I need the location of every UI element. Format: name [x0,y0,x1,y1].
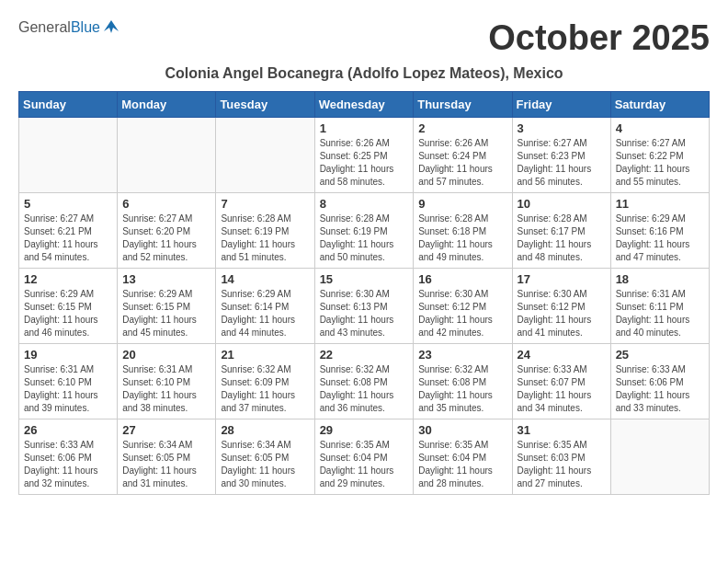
day-number: 5 [24,197,112,211]
day-info: Sunrise: 6:28 AM Sunset: 6:17 PM Dayligh… [518,213,606,264]
day-number: 14 [221,272,309,286]
calendar-day-16: 16Sunrise: 6:30 AM Sunset: 6:12 PM Dayli… [414,269,512,344]
calendar-day-27: 27Sunrise: 6:34 AM Sunset: 6:05 PM Dayli… [118,419,216,495]
day-number: 29 [320,423,409,437]
day-number: 7 [221,197,309,211]
day-info: Sunrise: 6:27 AM Sunset: 6:23 PM Dayligh… [518,137,606,189]
day-info: Sunrise: 6:33 AM Sunset: 6:06 PM Dayligh… [616,363,704,415]
day-number: 16 [418,272,506,286]
calendar-week-row: 26Sunrise: 6:33 AM Sunset: 6:06 PM Dayli… [19,419,710,495]
day-info: Sunrise: 6:32 AM Sunset: 6:08 PM Dayligh… [418,363,506,415]
calendar-subtitle: Colonia Angel Bocanegra (Adolfo Lopez Ma… [18,65,710,82]
day-number: 4 [616,121,704,135]
calendar-day-23: 23Sunrise: 6:32 AM Sunset: 6:08 PM Dayli… [414,344,512,419]
calendar-empty-cell [118,118,216,193]
calendar-day-28: 28Sunrise: 6:34 AM Sunset: 6:05 PM Dayli… [216,419,314,495]
calendar-day-22: 22Sunrise: 6:32 AM Sunset: 6:08 PM Dayli… [314,344,414,419]
day-number: 30 [418,423,506,437]
month-title: October 2025 [488,18,710,58]
day-info: Sunrise: 6:35 AM Sunset: 6:04 PM Dayligh… [418,439,506,490]
logo: GeneralBlue [18,18,120,37]
weekday-header-monday: Monday [118,92,216,118]
day-number: 2 [418,121,506,135]
day-info: Sunrise: 6:26 AM Sunset: 6:24 PM Dayligh… [418,137,506,189]
day-number: 9 [418,197,506,211]
day-number: 1 [320,121,409,135]
calendar-day-2: 2Sunrise: 6:26 AM Sunset: 6:24 PM Daylig… [414,118,512,193]
day-info: Sunrise: 6:33 AM Sunset: 6:06 PM Dayligh… [24,439,112,490]
calendar-day-30: 30Sunrise: 6:35 AM Sunset: 6:04 PM Dayli… [414,419,512,495]
day-info: Sunrise: 6:30 AM Sunset: 6:13 PM Dayligh… [320,288,409,339]
calendar-day-1: 1Sunrise: 6:26 AM Sunset: 6:25 PM Daylig… [314,118,414,193]
day-number: 20 [122,348,210,362]
calendar-day-17: 17Sunrise: 6:30 AM Sunset: 6:12 PM Dayli… [512,269,610,344]
day-number: 13 [122,272,210,286]
weekday-header-thursday: Thursday [414,92,512,118]
weekday-header-row: SundayMondayTuesdayWednesdayThursdayFrid… [19,92,710,118]
day-info: Sunrise: 6:26 AM Sunset: 6:25 PM Dayligh… [320,137,409,189]
calendar-day-9: 9Sunrise: 6:28 AM Sunset: 6:18 PM Daylig… [414,193,512,269]
calendar-day-24: 24Sunrise: 6:33 AM Sunset: 6:07 PM Dayli… [512,344,610,419]
calendar-day-8: 8Sunrise: 6:28 AM Sunset: 6:19 PM Daylig… [314,193,414,269]
calendar-day-25: 25Sunrise: 6:33 AM Sunset: 6:06 PM Dayli… [610,344,709,419]
day-info: Sunrise: 6:29 AM Sunset: 6:16 PM Dayligh… [616,213,704,264]
calendar-table: SundayMondayTuesdayWednesdayThursdayFrid… [18,91,710,495]
day-number: 8 [320,197,409,211]
day-info: Sunrise: 6:32 AM Sunset: 6:08 PM Dayligh… [320,363,409,415]
day-info: Sunrise: 6:33 AM Sunset: 6:07 PM Dayligh… [518,363,606,415]
page-header: GeneralBlue October 2025 [18,18,710,58]
day-number: 28 [221,423,309,437]
day-number: 18 [616,272,704,286]
weekday-header-friday: Friday [512,92,610,118]
day-info: Sunrise: 6:35 AM Sunset: 6:03 PM Dayligh… [518,439,606,490]
day-number: 27 [122,423,210,437]
day-number: 24 [518,348,606,362]
day-number: 11 [616,197,704,211]
svg-marker-0 [104,20,119,33]
day-info: Sunrise: 6:29 AM Sunset: 6:14 PM Dayligh… [221,288,309,339]
calendar-day-11: 11Sunrise: 6:29 AM Sunset: 6:16 PM Dayli… [610,193,709,269]
calendar-day-6: 6Sunrise: 6:27 AM Sunset: 6:20 PM Daylig… [118,193,216,269]
calendar-day-15: 15Sunrise: 6:30 AM Sunset: 6:13 PM Dayli… [314,269,414,344]
day-info: Sunrise: 6:28 AM Sunset: 6:19 PM Dayligh… [221,213,309,264]
logo-bird-icon [102,18,120,37]
day-info: Sunrise: 6:29 AM Sunset: 6:15 PM Dayligh… [24,288,112,339]
day-number: 17 [518,272,606,286]
calendar-day-12: 12Sunrise: 6:29 AM Sunset: 6:15 PM Dayli… [19,269,118,344]
day-info: Sunrise: 6:31 AM Sunset: 6:10 PM Dayligh… [24,363,112,415]
calendar-day-13: 13Sunrise: 6:29 AM Sunset: 6:15 PM Dayli… [118,269,216,344]
calendar-day-18: 18Sunrise: 6:31 AM Sunset: 6:11 PM Dayli… [610,269,709,344]
calendar-day-20: 20Sunrise: 6:31 AM Sunset: 6:10 PM Dayli… [118,344,216,419]
day-info: Sunrise: 6:34 AM Sunset: 6:05 PM Dayligh… [221,439,309,490]
day-info: Sunrise: 6:31 AM Sunset: 6:10 PM Dayligh… [122,363,210,415]
calendar-day-7: 7Sunrise: 6:28 AM Sunset: 6:19 PM Daylig… [216,193,314,269]
day-info: Sunrise: 6:27 AM Sunset: 6:20 PM Dayligh… [122,213,210,264]
calendar-day-3: 3Sunrise: 6:27 AM Sunset: 6:23 PM Daylig… [512,118,610,193]
weekday-header-wednesday: Wednesday [314,92,414,118]
day-info: Sunrise: 6:34 AM Sunset: 6:05 PM Dayligh… [122,439,210,490]
calendar-day-26: 26Sunrise: 6:33 AM Sunset: 6:06 PM Dayli… [19,419,118,495]
day-number: 12 [24,272,112,286]
day-number: 23 [418,348,506,362]
calendar-empty-cell [216,118,314,193]
day-info: Sunrise: 6:35 AM Sunset: 6:04 PM Dayligh… [320,439,409,490]
calendar-week-row: 12Sunrise: 6:29 AM Sunset: 6:15 PM Dayli… [19,269,710,344]
day-info: Sunrise: 6:30 AM Sunset: 6:12 PM Dayligh… [418,288,506,339]
weekday-header-sunday: Sunday [19,92,118,118]
day-number: 21 [221,348,309,362]
day-info: Sunrise: 6:27 AM Sunset: 6:21 PM Dayligh… [24,213,112,264]
day-info: Sunrise: 6:31 AM Sunset: 6:11 PM Dayligh… [616,288,704,339]
day-number: 10 [518,197,606,211]
day-number: 3 [518,121,606,135]
day-number: 6 [122,197,210,211]
weekday-header-saturday: Saturday [610,92,709,118]
day-info: Sunrise: 6:27 AM Sunset: 6:22 PM Dayligh… [616,137,704,189]
day-number: 22 [320,348,409,362]
day-number: 19 [24,348,112,362]
calendar-day-14: 14Sunrise: 6:29 AM Sunset: 6:14 PM Dayli… [216,269,314,344]
calendar-day-31: 31Sunrise: 6:35 AM Sunset: 6:03 PM Dayli… [512,419,610,495]
calendar-week-row: 19Sunrise: 6:31 AM Sunset: 6:10 PM Dayli… [19,344,710,419]
calendar-week-row: 5Sunrise: 6:27 AM Sunset: 6:21 PM Daylig… [19,193,710,269]
day-info: Sunrise: 6:28 AM Sunset: 6:18 PM Dayligh… [418,213,506,264]
calendar-empty-cell [610,419,709,495]
